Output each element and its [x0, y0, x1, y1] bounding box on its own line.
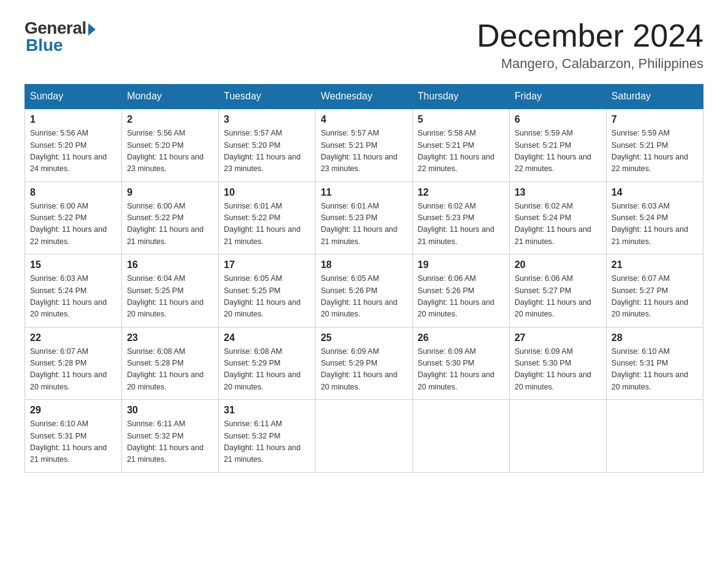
calendar-cell: 5Sunrise: 5:58 AMSunset: 5:21 PMDaylight… — [412, 109, 509, 182]
weekday-header-row: SundayMondayTuesdayWednesdayThursdayFrid… — [25, 85, 703, 109]
location-subtitle: Mangero, Calabarzon, Philippines — [477, 56, 703, 72]
calendar-cell — [606, 400, 703, 473]
calendar-cell: 18Sunrise: 6:05 AMSunset: 5:26 PMDayligh… — [316, 255, 412, 327]
sun-info: Sunrise: 5:56 AMSunset: 5:20 PMDaylight:… — [30, 128, 116, 175]
day-number: 16 — [127, 259, 213, 270]
title-block: December 2024 Mangero, Calabarzon, Phili… — [477, 18, 703, 72]
sun-info: Sunrise: 5:57 AMSunset: 5:21 PMDaylight:… — [320, 128, 407, 175]
day-number: 1 — [30, 114, 116, 125]
calendar-table: SundayMondayTuesdayWednesdayThursdayFrid… — [25, 84, 703, 473]
day-number: 29 — [30, 405, 116, 416]
calendar-cell: 31Sunrise: 6:11 AMSunset: 5:32 PMDayligh… — [219, 400, 316, 473]
calendar-cell: 17Sunrise: 6:05 AMSunset: 5:25 PMDayligh… — [219, 255, 316, 327]
sun-info: Sunrise: 6:10 AMSunset: 5:31 PMDaylight:… — [30, 418, 116, 466]
calendar-cell: 9Sunrise: 6:00 AMSunset: 5:22 PMDaylight… — [122, 182, 219, 255]
day-number: 19 — [418, 259, 504, 270]
sun-info: Sunrise: 6:10 AMSunset: 5:31 PMDaylight:… — [612, 346, 698, 394]
calendar-cell: 3Sunrise: 5:57 AMSunset: 5:20 PMDaylight… — [219, 109, 316, 182]
sun-info: Sunrise: 6:07 AMSunset: 5:27 PMDaylight:… — [612, 273, 698, 321]
sun-info: Sunrise: 6:03 AMSunset: 5:24 PMDaylight:… — [612, 201, 698, 248]
calendar-cell — [316, 400, 412, 473]
day-number: 8 — [30, 187, 116, 198]
month-title: December 2024 — [477, 18, 703, 53]
weekday-header-monday: Monday — [122, 85, 219, 109]
calendar-cell: 24Sunrise: 6:08 AMSunset: 5:29 PMDayligh… — [219, 327, 316, 400]
calendar-cell: 13Sunrise: 6:02 AMSunset: 5:24 PMDayligh… — [509, 182, 606, 255]
day-number: 25 — [320, 332, 407, 343]
sun-info: Sunrise: 6:02 AMSunset: 5:24 PMDaylight:… — [515, 201, 601, 248]
day-number: 7 — [612, 114, 698, 125]
logo-blue-text: Blue — [25, 36, 63, 55]
calendar-week-row: 29Sunrise: 6:10 AMSunset: 5:31 PMDayligh… — [25, 400, 703, 473]
day-number: 18 — [320, 259, 407, 270]
calendar-cell: 12Sunrise: 6:02 AMSunset: 5:23 PMDayligh… — [412, 182, 509, 255]
calendar-cell: 11Sunrise: 6:01 AMSunset: 5:23 PMDayligh… — [316, 182, 412, 255]
day-number: 27 — [515, 332, 601, 343]
sun-info: Sunrise: 6:05 AMSunset: 5:25 PMDaylight:… — [224, 273, 310, 321]
day-number: 5 — [418, 114, 504, 125]
calendar-week-row: 15Sunrise: 6:03 AMSunset: 5:24 PMDayligh… — [25, 255, 703, 327]
weekday-header-tuesday: Tuesday — [219, 85, 316, 109]
sun-info: Sunrise: 6:11 AMSunset: 5:32 PMDaylight:… — [224, 418, 310, 466]
day-number: 31 — [224, 405, 310, 416]
calendar-body: 1Sunrise: 5:56 AMSunset: 5:20 PMDaylight… — [25, 109, 703, 472]
logo-triangle-icon — [88, 23, 96, 36]
calendar-cell: 27Sunrise: 6:09 AMSunset: 5:30 PMDayligh… — [509, 327, 606, 400]
sun-info: Sunrise: 6:00 AMSunset: 5:22 PMDaylight:… — [30, 201, 116, 248]
day-number: 14 — [612, 187, 698, 198]
day-number: 22 — [30, 332, 116, 343]
sun-info: Sunrise: 6:07 AMSunset: 5:28 PMDaylight:… — [30, 346, 116, 394]
day-number: 17 — [224, 259, 310, 270]
day-number: 24 — [224, 332, 310, 343]
sun-info: Sunrise: 6:11 AMSunset: 5:32 PMDaylight:… — [127, 418, 213, 466]
weekday-header-thursday: Thursday — [412, 85, 509, 109]
calendar-cell: 21Sunrise: 6:07 AMSunset: 5:27 PMDayligh… — [606, 255, 703, 327]
sun-info: Sunrise: 5:59 AMSunset: 5:21 PMDaylight:… — [612, 128, 698, 175]
calendar-cell: 30Sunrise: 6:11 AMSunset: 5:32 PMDayligh… — [122, 400, 219, 473]
calendar-cell: 25Sunrise: 6:09 AMSunset: 5:29 PMDayligh… — [316, 327, 412, 400]
sun-info: Sunrise: 6:08 AMSunset: 5:29 PMDaylight:… — [224, 346, 310, 394]
day-number: 4 — [320, 114, 407, 125]
calendar-cell: 28Sunrise: 6:10 AMSunset: 5:31 PMDayligh… — [606, 327, 703, 400]
day-number: 12 — [418, 187, 504, 198]
calendar-cell — [509, 400, 606, 473]
calendar-cell: 1Sunrise: 5:56 AMSunset: 5:20 PMDaylight… — [25, 109, 122, 182]
calendar-week-row: 22Sunrise: 6:07 AMSunset: 5:28 PMDayligh… — [25, 327, 703, 400]
sun-info: Sunrise: 5:59 AMSunset: 5:21 PMDaylight:… — [515, 128, 601, 175]
calendar-cell: 15Sunrise: 6:03 AMSunset: 5:24 PMDayligh… — [25, 255, 122, 327]
day-number: 10 — [224, 187, 310, 198]
sun-info: Sunrise: 6:06 AMSunset: 5:27 PMDaylight:… — [515, 273, 601, 321]
day-number: 23 — [127, 332, 213, 343]
day-number: 9 — [127, 187, 213, 198]
sun-info: Sunrise: 6:01 AMSunset: 5:22 PMDaylight:… — [224, 201, 310, 248]
calendar-cell: 4Sunrise: 5:57 AMSunset: 5:21 PMDaylight… — [316, 109, 412, 182]
day-number: 2 — [127, 114, 213, 125]
weekday-header-wednesday: Wednesday — [316, 85, 412, 109]
calendar-cell: 19Sunrise: 6:06 AMSunset: 5:26 PMDayligh… — [412, 255, 509, 327]
day-number: 28 — [612, 332, 698, 343]
sun-info: Sunrise: 6:00 AMSunset: 5:22 PMDaylight:… — [127, 201, 213, 248]
calendar-cell: 29Sunrise: 6:10 AMSunset: 5:31 PMDayligh… — [25, 400, 122, 473]
calendar-cell: 6Sunrise: 5:59 AMSunset: 5:21 PMDaylight… — [509, 109, 606, 182]
sun-info: Sunrise: 6:09 AMSunset: 5:30 PMDaylight:… — [515, 346, 601, 394]
calendar-cell: 2Sunrise: 5:56 AMSunset: 5:20 PMDaylight… — [122, 109, 219, 182]
day-number: 26 — [418, 332, 504, 343]
weekday-header-sunday: Sunday — [25, 85, 122, 109]
sun-info: Sunrise: 5:58 AMSunset: 5:21 PMDaylight:… — [418, 128, 504, 175]
sun-info: Sunrise: 5:56 AMSunset: 5:20 PMDaylight:… — [127, 128, 213, 175]
calendar-cell: 20Sunrise: 6:06 AMSunset: 5:27 PMDayligh… — [509, 255, 606, 327]
sun-info: Sunrise: 5:57 AMSunset: 5:20 PMDaylight:… — [224, 128, 310, 175]
calendar-cell: 8Sunrise: 6:00 AMSunset: 5:22 PMDaylight… — [25, 182, 122, 255]
calendar-cell: 16Sunrise: 6:04 AMSunset: 5:25 PMDayligh… — [122, 255, 219, 327]
calendar-cell — [412, 400, 509, 473]
day-number: 20 — [515, 259, 601, 270]
calendar-cell: 26Sunrise: 6:09 AMSunset: 5:30 PMDayligh… — [412, 327, 509, 400]
calendar-week-row: 8Sunrise: 6:00 AMSunset: 5:22 PMDaylight… — [25, 182, 703, 255]
weekday-header-friday: Friday — [509, 85, 606, 109]
day-number: 6 — [515, 114, 601, 125]
weekday-header-saturday: Saturday — [606, 85, 703, 109]
page-header: General Blue December 2024 Mangero, Cala… — [25, 18, 703, 72]
sun-info: Sunrise: 6:02 AMSunset: 5:23 PMDaylight:… — [418, 201, 504, 248]
sun-info: Sunrise: 6:08 AMSunset: 5:28 PMDaylight:… — [127, 346, 213, 394]
calendar-cell: 23Sunrise: 6:08 AMSunset: 5:28 PMDayligh… — [122, 327, 219, 400]
